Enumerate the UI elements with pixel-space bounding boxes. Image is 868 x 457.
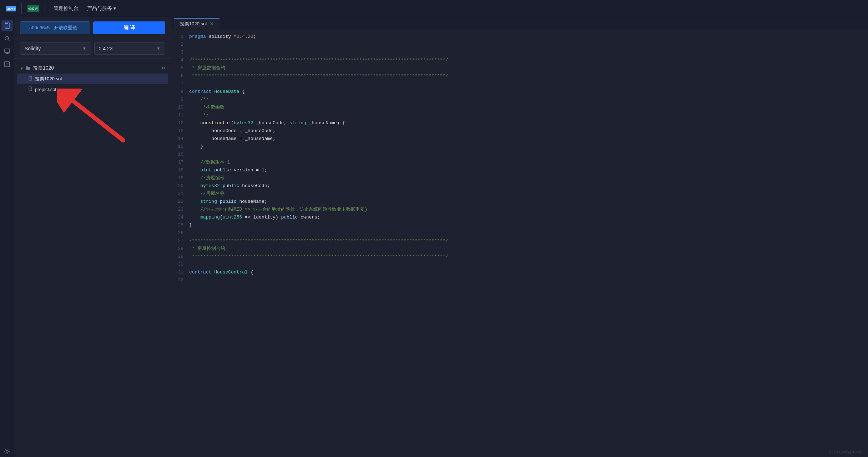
line-content[interactable]: houseName = _houseName; bbox=[189, 135, 868, 143]
code-line: 24 mapping(uint256 => identity) public o… bbox=[171, 214, 868, 221]
code-line: 9 /** bbox=[171, 96, 868, 104]
version-dropdown[interactable]: 0.4.23 ▼ bbox=[94, 42, 166, 55]
code-line: 8contract HouseData { bbox=[171, 88, 868, 96]
line-content[interactable]: * 房屋数据合约 bbox=[189, 64, 868, 72]
line-number: 24 bbox=[171, 214, 189, 221]
svg-point-15 bbox=[6, 450, 8, 452]
sidebar-icon-search[interactable] bbox=[1, 33, 13, 44]
line-content[interactable]: //业主地址(系统ID => 业主合约地址的映射，防止系统问题导致业主数据重复) bbox=[189, 206, 868, 214]
nav-item-console[interactable]: 管理控制台 bbox=[54, 5, 79, 12]
line-content[interactable]: * 房屋控制合约 bbox=[189, 245, 868, 253]
line-content[interactable]: mapping(uint256 => identity) public owne… bbox=[189, 214, 868, 221]
line-content[interactable]: } bbox=[189, 143, 868, 151]
line-content[interactable]: /***************************************… bbox=[189, 237, 868, 245]
line-number: 3 bbox=[171, 49, 189, 56]
line-number: 6 bbox=[171, 72, 189, 80]
ant-group-logo: ANT GROUP bbox=[6, 6, 16, 11]
line-number: 11 bbox=[171, 111, 189, 119]
code-line: 11 */ bbox=[171, 111, 868, 119]
chain-button[interactable]: a00e36c5 - 开放联盟链... bbox=[20, 21, 90, 34]
file-name-0: 投票1020.sol bbox=[35, 76, 62, 82]
line-content[interactable]: contract HouseControl { bbox=[189, 268, 868, 276]
svg-rect-16 bbox=[29, 76, 32, 80]
svg-text:ANT GROUP: ANT GROUP bbox=[7, 7, 15, 11]
line-content[interactable]: ****************************************… bbox=[189, 72, 868, 80]
code-line: 25} bbox=[171, 221, 868, 229]
code-line: 17 //数据版本 1 bbox=[171, 159, 868, 166]
code-line: 12 constructor(bytes32 _houseCode, strin… bbox=[171, 119, 868, 127]
line-content[interactable]: /***************************************… bbox=[189, 56, 868, 64]
code-line: 5 * 房屋数据合约 bbox=[171, 64, 868, 72]
line-content[interactable]: ****************************************… bbox=[189, 253, 868, 261]
tree-file-0[interactable]: 投票1020.sol bbox=[17, 74, 168, 84]
line-number: 25 bbox=[171, 221, 189, 229]
nav-item-products[interactable]: 产品与服务 ▾ bbox=[87, 5, 116, 12]
tree-file-1[interactable]: project.sol bbox=[17, 84, 168, 94]
editor-content[interactable]: 1pragma solidity ^0.4.20;234/***********… bbox=[171, 30, 868, 457]
code-line: 29 *************************************… bbox=[171, 253, 868, 261]
line-content[interactable]: contract HouseData { bbox=[189, 88, 868, 96]
compile-button[interactable]: 编 译 bbox=[93, 21, 166, 34]
line-number: 1 bbox=[171, 33, 189, 41]
line-number: 22 bbox=[171, 198, 189, 206]
line-number: 13 bbox=[171, 127, 189, 135]
line-content[interactable]: //房屋名称 bbox=[189, 190, 868, 198]
file-icon-1 bbox=[29, 86, 33, 92]
line-content[interactable]: *构造函数 bbox=[189, 104, 868, 111]
tab-close-button[interactable]: ✕ bbox=[210, 21, 214, 26]
code-line: 6 **************************************… bbox=[171, 72, 868, 80]
tree-folder-root[interactable]: ▼ 投票1020 ↻ bbox=[17, 63, 168, 74]
line-content[interactable]: //数据版本 1 bbox=[189, 159, 868, 166]
folder-triangle-icon: ▼ bbox=[20, 66, 24, 70]
line-content[interactable]: string public houseName; bbox=[189, 198, 868, 206]
line-content[interactable]: houseCode = _houseCode; bbox=[189, 127, 868, 135]
antchain-icon: 蚂蚁链 bbox=[27, 6, 39, 11]
sidebar-icon-contract[interactable] bbox=[1, 59, 13, 70]
editor-tab-active[interactable]: 投票1020.sol ✕ bbox=[174, 18, 219, 29]
version-dropdown-arrow: ▼ bbox=[156, 46, 161, 51]
code-line: 28 * 房屋控制合约 bbox=[171, 245, 868, 253]
line-number: 31 bbox=[171, 268, 189, 276]
line-number: 2 bbox=[171, 41, 189, 49]
editor-area: 投票1020.sol ✕ 1pragma solidity ^0.4.20;23… bbox=[171, 17, 868, 457]
line-content[interactable]: bytes32 public houseCode; bbox=[189, 182, 868, 190]
line-content[interactable]: uint public version = 1; bbox=[189, 166, 868, 174]
ant-group-icon: ANT GROUP bbox=[6, 6, 16, 11]
line-content[interactable]: constructor(bytes32 _houseCode, string _… bbox=[189, 119, 868, 127]
line-content[interactable]: } bbox=[189, 221, 868, 229]
line-number: 32 bbox=[171, 276, 189, 284]
sidebar-icon-tools[interactable] bbox=[1, 446, 13, 457]
code-line: 32 bbox=[171, 276, 868, 284]
language-dropdown[interactable]: Solidity ▼ bbox=[20, 42, 91, 55]
sync-icon[interactable]: ↻ bbox=[162, 66, 165, 71]
line-number: 10 bbox=[171, 104, 189, 111]
sidebar-icon-deploy[interactable] bbox=[1, 46, 13, 57]
file-icon-0 bbox=[29, 76, 33, 82]
line-content[interactable]: /** bbox=[189, 96, 868, 104]
line-number: 15 bbox=[171, 143, 189, 151]
code-line: 13 houseCode = _houseCode; bbox=[171, 127, 868, 135]
line-number: 29 bbox=[171, 253, 189, 261]
code-line: 26 bbox=[171, 229, 868, 237]
svg-rect-10 bbox=[5, 49, 10, 52]
file-panel: a00e36c5 - 开放联盟链... 编 译 Solidity ▼ 0.4.2… bbox=[14, 17, 171, 457]
language-dropdown-arrow: ▼ bbox=[82, 46, 87, 51]
line-content[interactable]: pragma solidity ^0.4.20; bbox=[189, 33, 868, 41]
file-panel-header: a00e36c5 - 开放联盟链... 编 译 bbox=[14, 17, 171, 39]
sidebar-icon-files[interactable] bbox=[1, 20, 13, 31]
code-line: 16 bbox=[171, 151, 868, 159]
code-line: 14 houseName = _houseName; bbox=[171, 135, 868, 143]
code-line: 30 bbox=[171, 261, 868, 268]
code-line: 3 bbox=[171, 49, 868, 56]
line-number: 23 bbox=[171, 206, 189, 214]
code-line: 22 string public houseName; bbox=[171, 198, 868, 206]
line-number: 17 bbox=[171, 159, 189, 166]
line-content[interactable]: //房屋编号 bbox=[189, 174, 868, 182]
line-content[interactable]: */ bbox=[189, 111, 868, 119]
file-name-1: project.sol bbox=[35, 87, 56, 92]
main-layout: a00e36c5 - 开放联盟链... 编 译 Solidity ▼ 0.4.2… bbox=[0, 17, 868, 457]
tab-filename: 投票1020.sol bbox=[180, 21, 207, 27]
code-line: 23 //业主地址(系统ID => 业主合约地址的映射，防止系统问题导致业主数据… bbox=[171, 206, 868, 214]
line-number: 4 bbox=[171, 56, 189, 64]
code-line: 19 //房屋编号 bbox=[171, 174, 868, 182]
